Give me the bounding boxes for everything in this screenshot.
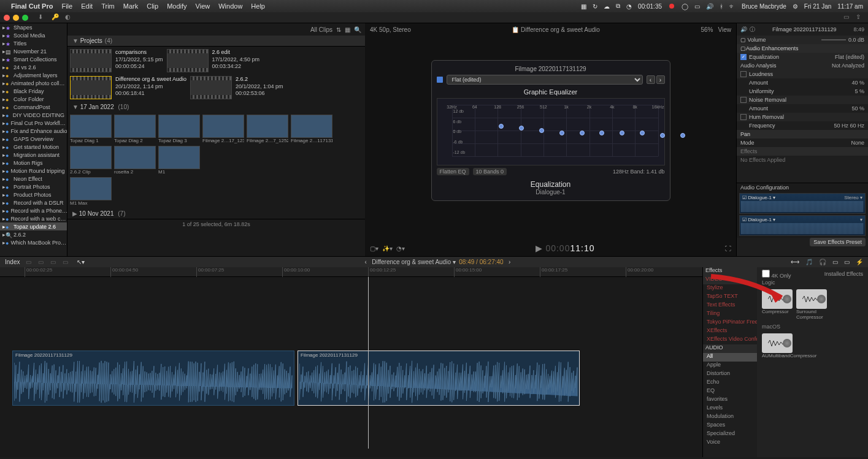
sidebar-item[interactable]: ▸★Titles (0, 39, 67, 47)
audio-config-track[interactable]: ☑ Dialogue-1 ▾Stereo ▾ (739, 193, 866, 214)
sidebar-item[interactable]: ▸●Record with a web c… (0, 214, 67, 222)
inspector-row[interactable]: Uniformity5 % (737, 87, 868, 96)
keyword-icon[interactable]: 🔑 (52, 13, 60, 22)
timeline-audio-clip[interactable]: Filmage 20220117131129 (12, 351, 294, 406)
sidebar-item[interactable]: ▸●Which MacBook Pro… (0, 238, 67, 246)
tl-tool-2[interactable]: 🎵 (805, 259, 813, 265)
timeline-title[interactable]: Difference org & sweet Audio (372, 259, 451, 265)
sidebar-item[interactable]: ▸●Topaz update 2.6 (0, 222, 67, 230)
project-card[interactable]: comparisons17/1/2022, 5:15 pm00:00:05:24 (70, 49, 163, 72)
sidebar-item[interactable]: ▸●Adjustment layers (0, 71, 67, 79)
camera-icon[interactable]: ⧉ (616, 2, 620, 10)
sidebar-item[interactable]: ▸●Product Photos (0, 191, 67, 199)
wifi-icon[interactable]: ᯤ (729, 3, 735, 10)
bg-tasks-icon[interactable]: ◐ (65, 13, 74, 22)
effect-category[interactable]: XEffects Video Conferen… (703, 336, 757, 344)
flatten-eq-button[interactable]: Flatten EQ (437, 168, 469, 175)
inspector-row[interactable]: Amount50 % (737, 104, 868, 113)
inspector-row[interactable]: Loudness (737, 70, 868, 78)
eq-preset-select[interactable]: Flat (edited) (447, 75, 643, 85)
menu-window[interactable]: Window (218, 2, 242, 10)
inspector-row[interactable]: Audio AnalysisNot Analyzed (737, 61, 868, 70)
info-tab-icon[interactable]: ⓘ (750, 26, 755, 34)
share-icon[interactable]: ⇪ (856, 13, 864, 22)
eq-band-point[interactable] (559, 131, 564, 135)
sidebar-item[interactable]: ▸●CommandPost (0, 103, 67, 111)
eq-band-point[interactable] (599, 131, 604, 135)
retime-icon[interactable]: ◔▾ (396, 245, 405, 252)
sidebar-item[interactable]: ▸★Social Media (0, 31, 67, 39)
tool-icons[interactable]: ▭ ▭ ▭ ▭ (26, 259, 70, 265)
sidebar-item[interactable]: ▸●Motion Round tripping (0, 167, 67, 175)
checkbox[interactable] (740, 54, 747, 60)
grid-icon[interactable]: ▦ (345, 26, 350, 33)
sidebar-item[interactable]: ▸●24 vs 2.6 (0, 63, 67, 71)
clip-thumbnail[interactable]: Topaz Diag 3 (158, 115, 200, 143)
audio-tab-icon[interactable]: 🔊 (740, 26, 747, 32)
inspector-row[interactable]: Noise Removal (737, 96, 868, 104)
effect-category[interactable]: Spaces (703, 422, 757, 430)
project-card[interactable]: Difference org & sweet Audio20/1/2022, 1… (70, 76, 186, 99)
sidebar-item[interactable]: ▸●Record with a DSLR (0, 199, 67, 207)
effect-category[interactable]: Distortion (703, 370, 757, 379)
import-icon[interactable]: ⬇ (38, 13, 47, 22)
eq-band-point[interactable] (660, 133, 665, 138)
sidebar-item[interactable]: ▸●Get started Motion (0, 143, 67, 151)
tl-tool-3[interactable]: 🎧 (819, 259, 826, 265)
effect-category[interactable]: Specialized (703, 430, 757, 439)
menu-mark[interactable]: Mark (123, 2, 138, 10)
volume-slider[interactable] (821, 39, 846, 40)
crop-tool-icon[interactable]: ▢▾ (370, 245, 378, 252)
eq-band-point[interactable] (620, 131, 624, 135)
sidebar-item[interactable]: ▸●Black Friday (0, 87, 67, 95)
minimize-window-button[interactable] (13, 15, 19, 21)
clip-thumbnail[interactable]: Filmage 2…7_125240 (247, 115, 288, 143)
close-window-button[interactable] (4, 15, 10, 21)
fullscreen-icon[interactable]: ⛶ (725, 245, 731, 252)
sidebar-item[interactable]: ▸●Color Folder (0, 95, 67, 103)
layout-icon[interactable]: ▭ (843, 13, 852, 22)
pan-mode-select[interactable]: None (851, 140, 864, 146)
checkbox[interactable] (740, 97, 747, 103)
menu-modify[interactable]: Modify (167, 2, 186, 10)
projects-header[interactable]: ▼ Projects (4) (67, 36, 365, 47)
display-icon[interactable]: ▭ (694, 3, 700, 10)
time[interactable]: 11:17 am (837, 3, 863, 10)
checkbox[interactable] (740, 114, 747, 120)
eq-next-button[interactable]: › (656, 75, 665, 84)
sidebar-item[interactable]: ▸●DIY VIDEO EDITING (0, 111, 67, 119)
effect-category[interactable]: XEffects (703, 327, 757, 336)
menu-clip[interactable]: Clip (147, 2, 158, 10)
status-icon[interactable]: ▦ (581, 3, 586, 10)
sidebar-item[interactable]: ▸●Record with a Phone… (0, 207, 67, 214)
date-section-1[interactable]: ▼ 17 Jan 2022 (10) (67, 102, 365, 112)
compass-icon[interactable]: ◔ (626, 3, 632, 10)
sidebar-item[interactable]: ▸●Animated photo coll… (0, 79, 67, 87)
inspector-row[interactable]: EqualizationFlat (edited) (737, 53, 868, 61)
refresh-icon[interactable]: ↻ (593, 3, 597, 10)
view-menu[interactable]: View (718, 26, 732, 33)
sidebar-item[interactable]: ▸●GAPS Overview (0, 135, 67, 143)
volume-icon[interactable]: 🔊 (706, 3, 713, 10)
date-section-2[interactable]: ▶ 10 Nov 2021 (7) (67, 208, 365, 219)
inspector-row[interactable]: Hum Removal (737, 113, 868, 121)
clip-thumbnail[interactable]: rosetta 2 (114, 146, 156, 175)
project-card[interactable]: 2.6 edit17/1/2022, 4:50 pm00:03:34:22 (167, 49, 260, 72)
menu-view[interactable]: View (196, 2, 210, 10)
inspector-row[interactable]: Frequency50 Hz 60 Hz (737, 121, 868, 130)
eq-band-point[interactable] (640, 131, 645, 135)
effect-category[interactable]: favorites (703, 396, 757, 404)
effect-category[interactable]: Voice (703, 439, 757, 447)
index-button[interactable]: Index (5, 259, 20, 265)
arrow-tool-icon[interactable]: ↖▾ (77, 259, 85, 265)
menu-trim[interactable]: Trim (101, 2, 115, 10)
clip-thumbnail[interactable]: Filmage 2…17_123051 (202, 115, 244, 143)
menu-edit[interactable]: Edit (81, 2, 93, 10)
effect-category[interactable]: All (703, 353, 757, 362)
bands-button[interactable]: 10 Bands 0 (473, 168, 507, 175)
control-center-icon[interactable]: ⚙ (793, 3, 798, 10)
filter-toggle-icon[interactable]: ⇅ (336, 26, 341, 33)
eq-graph[interactable]: 32Hz641282565121k2k4k8k16kHz12 db6 db0 d… (437, 98, 665, 165)
tl-tool-5[interactable]: ▭ (844, 259, 850, 265)
project-card[interactable]: 2.6.220/1/2022, 1:04 pm00:02:53:06 (190, 76, 283, 99)
